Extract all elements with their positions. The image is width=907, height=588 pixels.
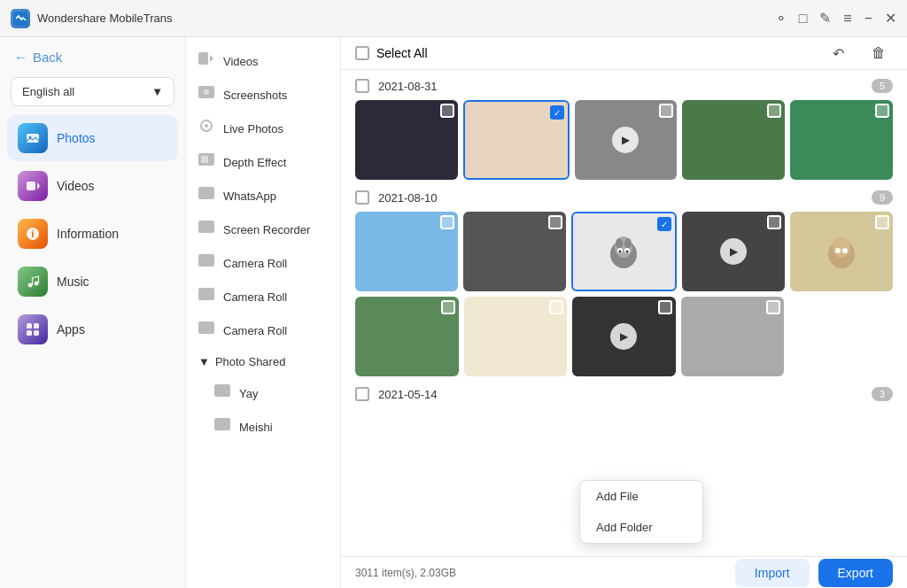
- svg-rect-25: [198, 321, 214, 334]
- date-header-1: 2021-08-31 5: [355, 79, 893, 93]
- photo-thumb[interactable]: [355, 100, 458, 180]
- photo-thumb[interactable]: [681, 297, 785, 376]
- context-add-file[interactable]: Add File: [580, 481, 702, 512]
- undo-button[interactable]: ↶: [824, 39, 852, 67]
- middle-item-screen-recorder[interactable]: Screen Recorder: [186, 213, 340, 246]
- photo-check[interactable]: [659, 104, 673, 118]
- photo-check[interactable]: [658, 300, 672, 314]
- sidebar-apps-label: Apps: [57, 322, 85, 337]
- export-button[interactable]: Export: [818, 559, 893, 587]
- svg-rect-22: [198, 220, 214, 233]
- titlebar: Wondershare MobileTrans ⚬ □ ✎ ≡ − ✕: [0, 0, 907, 37]
- sidebar-information-label: Information: [57, 227, 119, 241]
- svg-rect-20: [201, 156, 208, 163]
- photo-check[interactable]: [440, 215, 454, 229]
- photo-row-2: ✓ ▶: [355, 212, 893, 291]
- photo-thumb[interactable]: ▶: [572, 297, 676, 376]
- middle-item-camera-roll-3[interactable]: Camera Roll: [186, 313, 340, 347]
- photo-thumb[interactable]: [355, 212, 458, 291]
- photo-thumb[interactable]: ▶: [575, 100, 678, 180]
- photo-check[interactable]: [440, 104, 454, 118]
- middle-item-depth-effect[interactable]: Depth Effect: [186, 145, 340, 179]
- photo-thumb[interactable]: ✓: [571, 212, 678, 291]
- svg-point-7: [28, 283, 33, 288]
- context-add-folder[interactable]: Add Folder: [580, 512, 702, 543]
- svg-point-30: [616, 238, 623, 249]
- photo-check[interactable]: [549, 300, 563, 314]
- window-icon[interactable]: □: [799, 12, 808, 26]
- select-all-checkbox[interactable]: Select All: [355, 46, 428, 60]
- photo-check[interactable]: [767, 215, 781, 229]
- back-button[interactable]: ← Back: [0, 37, 185, 74]
- svg-point-8: [35, 282, 39, 286]
- edit-icon[interactable]: ✎: [819, 12, 831, 26]
- sidebar-item-photos[interactable]: Photos: [7, 115, 178, 161]
- middle-item-videos[interactable]: Videos: [186, 44, 340, 78]
- middle-item-meishi[interactable]: Meishi: [186, 410, 340, 444]
- close-icon[interactable]: ✕: [885, 12, 896, 26]
- sidebar-item-apps[interactable]: Apps: [7, 306, 178, 352]
- middle-item-live-photos[interactable]: Live Photos: [186, 112, 340, 145]
- add-folder-label: Add Folder: [596, 521, 653, 534]
- middle-item-whatsapp[interactable]: WhatsApp: [186, 179, 340, 213]
- photo-thumb[interactable]: [463, 212, 566, 291]
- sidebar-item-videos[interactable]: Videos: [7, 163, 178, 209]
- photo-thumb[interactable]: [790, 100, 893, 180]
- middle-item-camera-roll-1[interactable]: Camera Roll: [186, 246, 340, 280]
- photo-check[interactable]: [548, 215, 562, 229]
- sidebar-music-label: Music: [57, 275, 89, 289]
- svg-rect-27: [214, 418, 230, 430]
- delete-button[interactable]: 🗑: [864, 39, 893, 67]
- play-icon[interactable]: ▶: [610, 323, 637, 350]
- depth-effect-icon: [198, 153, 216, 171]
- photo-thumb[interactable]: ✓: [463, 100, 570, 180]
- photo-check[interactable]: [875, 215, 889, 229]
- delete-icon: 🗑: [872, 45, 886, 61]
- svg-rect-9: [27, 323, 32, 329]
- photo-thumb[interactable]: ▶: [682, 212, 785, 291]
- app-icon: [11, 9, 30, 28]
- profile-icon[interactable]: ⚬: [775, 12, 787, 26]
- photo-check[interactable]: ✓: [550, 105, 564, 120]
- photo-thumb[interactable]: [355, 297, 459, 376]
- photo-check[interactable]: ✓: [657, 217, 671, 231]
- photo-check[interactable]: [875, 104, 889, 118]
- date-checkbox-2[interactable]: [355, 190, 369, 205]
- menu-icon[interactable]: ≡: [843, 12, 851, 26]
- photo-thumb[interactable]: [464, 297, 568, 376]
- music-icon: [18, 267, 48, 297]
- svg-rect-3: [27, 182, 35, 190]
- photo-thumb[interactable]: [682, 100, 785, 180]
- photo-check[interactable]: [767, 104, 781, 118]
- select-all-label: Select All: [376, 46, 428, 60]
- middle-item-camera-roll-2[interactable]: Camera Roll: [186, 280, 340, 313]
- import-button[interactable]: Import: [735, 559, 810, 587]
- date-checkbox-1[interactable]: [355, 79, 369, 93]
- middle-item-yay[interactable]: Yay: [186, 376, 340, 410]
- play-icon[interactable]: ▶: [720, 238, 747, 265]
- photo-shared-header[interactable]: ▼ Photo Shared: [186, 347, 340, 376]
- select-all-cb[interactable]: [355, 46, 369, 60]
- svg-point-16: [204, 89, 209, 95]
- photo-shared-label: Photo Shared: [215, 355, 286, 368]
- date-section-3: 2021-05-14 3: [355, 387, 893, 401]
- play-icon[interactable]: ▶: [612, 127, 639, 153]
- minimize-icon[interactable]: −: [864, 12, 872, 26]
- sidebar-item-information[interactable]: i Information: [7, 211, 178, 257]
- apps-icon: [18, 314, 48, 344]
- photo-thumb[interactable]: [790, 212, 893, 291]
- toolbar-actions: ↶ 🗑: [824, 39, 893, 67]
- photo-check[interactable]: [441, 300, 455, 314]
- middle-screen-recorder-label: Screen Recorder: [223, 223, 310, 236]
- device-selector[interactable]: English all ▼: [11, 77, 174, 106]
- photo-check[interactable]: [766, 300, 780, 314]
- camera-roll-1-icon: [198, 254, 216, 272]
- sidebar-item-music[interactable]: Music: [7, 259, 178, 305]
- window-controls: ⚬ □ ✎ ≡ − ✕: [775, 12, 896, 26]
- date-checkbox-3[interactable]: [355, 387, 369, 401]
- middle-item-screenshots[interactable]: Screenshots: [186, 78, 340, 112]
- middle-panel: Videos Screenshots Live Photos Depth Eff…: [186, 37, 341, 588]
- meishi-icon: [214, 418, 232, 436]
- yay-icon: [214, 384, 232, 402]
- undo-icon: ↶: [833, 45, 844, 62]
